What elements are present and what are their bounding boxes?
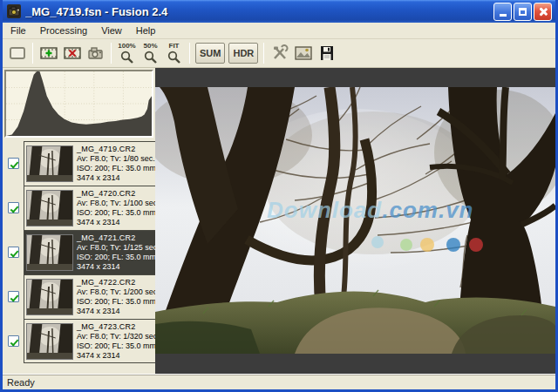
frame-dimensions: 3474 x 2314 (77, 218, 155, 227)
select-region-button[interactable] (5, 42, 29, 65)
frame-thumbnail (26, 323, 73, 360)
menu-processing[interactable]: Processing (33, 24, 94, 38)
frame-checkbox[interactable] (8, 291, 19, 302)
window-title: _MG_4719.fsn - Fusion 2.4 (25, 5, 493, 18)
add-frames-icon (39, 44, 58, 62)
left-panel: _MG_4719.CR2 Av: F8.0; Tv: 1/80 sec. ISO… (3, 68, 155, 374)
toolbar: 100% 50% FIT SUM HDR (3, 39, 555, 68)
frame-filename: _MG_4721.CR2 (77, 233, 155, 243)
svg-text:Download.com.vn: Download.com.vn (267, 197, 473, 223)
frame-exposure: Av: F8.0; Tv: 1/125 sec. (77, 243, 155, 253)
close-icon (538, 7, 548, 17)
frame-filename: _MG_4723.CR2 (77, 322, 155, 332)
frame-dimensions: 3474 x 2314 (77, 351, 155, 361)
app-window: _MG_4719.fsn - Fusion 2.4 File Processin… (0, 0, 558, 392)
app-icon (7, 4, 21, 18)
frame-checkbox[interactable] (8, 335, 19, 347)
save-button[interactable] (315, 42, 338, 65)
zoom-fit-label: FIT (169, 43, 180, 50)
zoom-fit-button[interactable]: FIT (162, 42, 186, 65)
preview-image-button[interactable] (291, 42, 315, 65)
magnifier-icon (167, 51, 182, 64)
tools-button[interactable] (268, 42, 291, 65)
histogram-chart (6, 71, 152, 136)
minimize-button[interactable] (493, 3, 512, 21)
main-area: _MG_4719.CR2 Av: F8.0; Tv: 1/80 sec. ISO… (3, 68, 555, 374)
camera-button[interactable] (84, 42, 107, 65)
zoom-100-button[interactable]: 100% (115, 42, 139, 65)
camera-icon (86, 44, 105, 62)
watermark-main: Download (267, 197, 382, 223)
zoom-100-label: 100% (118, 43, 135, 50)
frame-checkbox[interactable] (8, 158, 19, 169)
frame-checkbox[interactable] (8, 202, 19, 213)
frame-dimensions: 3474 x 2314 (77, 173, 155, 183)
frame-thumbnail (26, 234, 73, 271)
watermark-suffix: .com.vn (382, 197, 473, 223)
zoom-50-label: 50% (143, 43, 157, 50)
minimize-icon (500, 14, 507, 17)
frame-exposure: Av: F8.0; Tv: 1/80 sec. (77, 154, 155, 164)
remove-frames-icon (63, 44, 82, 62)
save-icon (317, 44, 337, 62)
maximize-button[interactable] (514, 3, 532, 21)
frame-filename: _MG_4720.CR2 (77, 189, 155, 199)
frame-dimensions: 3474 x 2314 (77, 307, 155, 316)
frame-iso-fl: ISO: 200; FL: 35.0 mm (77, 164, 155, 173)
histogram-panel (4, 70, 153, 138)
status-bar: Ready (3, 374, 555, 389)
frame-thumbnail (26, 145, 73, 182)
list-item[interactable]: _MG_4723.CR2 Av: F8.0; Tv: 1/320 sec. IS… (3, 319, 155, 363)
frame-filename: _MG_4722.CR2 (77, 278, 155, 287)
frame-iso-fl: ISO: 200; FL: 35.0 mm (77, 208, 155, 218)
toolbar-separator (263, 43, 264, 64)
hdr-button[interactable]: HDR (228, 43, 258, 64)
magnifier-icon (143, 51, 159, 64)
frame-checkbox[interactable] (8, 247, 19, 258)
list-item[interactable]: _MG_4720.CR2 Av: F8.0; Tv: 1/100 sec. IS… (3, 186, 155, 230)
list-item[interactable]: _MG_4719.CR2 Av: F8.0; Tv: 1/80 sec. ISO… (3, 141, 155, 186)
magnifier-icon (119, 51, 135, 64)
image-icon (294, 44, 313, 62)
image-list: _MG_4719.CR2 Av: F8.0; Tv: 1/80 sec. ISO… (3, 139, 155, 374)
frame-thumbnail (26, 279, 73, 315)
frame-iso-fl: ISO: 200; FL: 35.0 mm (77, 297, 155, 307)
region-icon (8, 44, 27, 62)
frame-iso-fl: ISO: 200; FL: 35.0 mm (77, 341, 155, 351)
menu-view[interactable]: View (94, 24, 129, 38)
frame-exposure: Av: F8.0; Tv: 1/100 sec. (77, 199, 155, 208)
tools-icon (270, 44, 289, 62)
maximize-icon (519, 8, 527, 16)
frame-iso-fl: ISO: 200; FL: 35.0 mm (77, 253, 155, 262)
toolbar-separator (111, 43, 112, 64)
menu-bar: File Processing View Help (3, 23, 555, 39)
status-text: Ready (7, 377, 35, 388)
frame-exposure: Av: F8.0; Tv: 1/320 sec. (77, 332, 155, 341)
toolbar-separator (32, 43, 33, 64)
title-bar[interactable]: _MG_4719.fsn - Fusion 2.4 (3, 0, 555, 23)
list-item[interactable]: _MG_4722.CR2 Av: F8.0; Tv: 1/200 sec. IS… (3, 274, 155, 319)
preview-canvas[interactable]: Download.com.vn (155, 68, 555, 374)
list-item[interactable]: _MG_4721.CR2 Av: F8.0; Tv: 1/125 sec. IS… (3, 230, 155, 274)
add-frames-button[interactable] (37, 42, 60, 65)
remove-frames-button[interactable] (60, 42, 84, 65)
frame-dimensions: 3474 x 2314 (77, 262, 155, 272)
frame-exposure: Av: F8.0; Tv: 1/200 sec. (77, 287, 155, 297)
frame-filename: _MG_4719.CR2 (77, 145, 155, 154)
toolbar-separator (189, 43, 190, 64)
menu-file[interactable]: File (3, 24, 33, 38)
close-button[interactable] (534, 3, 552, 21)
preview-photo: Download.com.vn (155, 87, 555, 354)
zoom-50-button[interactable]: 50% (139, 42, 162, 65)
frame-thumbnail (26, 190, 73, 226)
sum-button[interactable]: SUM (195, 43, 225, 64)
menu-help[interactable]: Help (129, 24, 163, 38)
